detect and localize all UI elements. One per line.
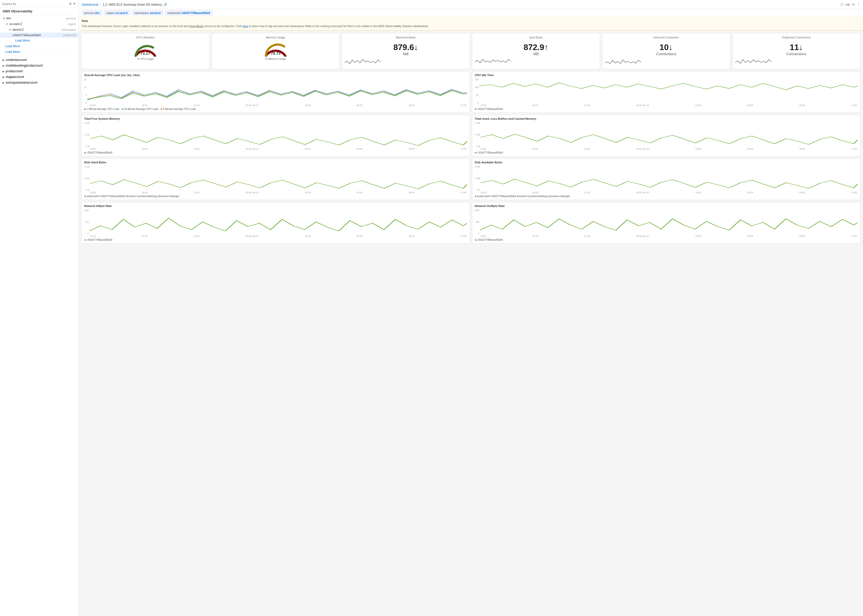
more-options-icon[interactable]: ⋮ xyxy=(857,3,860,6)
free-memory-chart: 4 GB2 GB0 B xyxy=(84,122,467,148)
sent-title: Sent Bytes xyxy=(529,36,543,39)
prod-toggle-icon: ▶ xyxy=(3,70,5,73)
topbar: Dashboards › 1.2. AWS EC2 Summary (Host … xyxy=(79,0,863,9)
sidebar-item-mobilebankingprod[interactable]: ▶ mobilebankingprod account xyxy=(0,63,79,68)
cpu-idle-legend: i-05d37749baea45bb9 xyxy=(475,108,858,110)
refresh-icon[interactable]: ↻ xyxy=(852,3,855,6)
explore-by-label: Explore By xyxy=(3,2,16,5)
panel-cpu-idle: CPU Idle Time 150100500 15:0018:0021:000… xyxy=(472,71,861,113)
dashboard-content: CPU Utilization 73.17 0 100 xyxy=(79,30,863,616)
used-memory-title: Total Used, Less Buffers and Cached Memo… xyxy=(475,117,858,120)
disk-charts-row: Disk Used Bytes 4 GB2 GB0 B 15:0018:0021… xyxy=(81,159,860,200)
metric-sent-bytes: Sent Bytes 872.9↑ MB xyxy=(472,33,600,69)
breadcrumb-current: 1.2. AWS EC2 Summary (Host OS metrics) xyxy=(103,3,162,6)
network-inbyte-legend: i-05d37749baea45bb9 xyxy=(84,239,467,241)
sent-value: 872.9↑ xyxy=(523,43,549,51)
clock-icon: 🕐 xyxy=(840,3,844,6)
received-value: 879.6↓ xyxy=(393,43,418,51)
panel-network-outbyte: Network OutByte Rate 10M5M0 15:0018:0021… xyxy=(472,202,861,244)
panel-cpu-load: Overall Average CPU Load (1m, 5m, 15m) 1… xyxy=(81,71,470,113)
sidebar-item-sumoquickstart[interactable]: ▶ sumoquickstart account xyxy=(0,80,79,85)
metric-outbound: Outbound Connections 11↓ Connections xyxy=(733,33,861,69)
load-more-2-container: Load More xyxy=(0,43,79,49)
outbound-value: 11↓ xyxy=(786,43,806,51)
sidebar-explore-header: Explore By ⊞ ▼ xyxy=(0,0,79,8)
main-content: Dashboards › 1.2. AWS EC2 Summary (Host … xyxy=(79,0,863,616)
sumoquickstart-toggle-icon: ▶ xyxy=(3,81,5,84)
cpu-gauge-label: % CPU Usage xyxy=(137,58,154,60)
network-inbyte-title: Network InByte Rate xyxy=(84,204,467,207)
time-range-badge[interactable]: 🕐 -24h xyxy=(840,3,850,6)
free-memory-legend: i-05d37749baea45bb9 xyxy=(84,151,467,154)
svg-text:0: 0 xyxy=(135,55,136,57)
metric-memory-usage: Memory Usage 79.73 0 100 % Memory Usage xyxy=(212,33,340,69)
network-outbyte-title: Network OutByte Rate xyxy=(475,204,858,207)
cpu-load-chart: 151050 xyxy=(84,78,467,104)
outbound-sparkline xyxy=(735,57,858,66)
dev-toggle-icon: ▼ xyxy=(3,17,5,20)
metric-cpu-utilization: CPU Utilization 73.17 0 100 xyxy=(81,33,209,69)
disk-available-title: Disk Available Bytes xyxy=(475,161,858,164)
disk-available-legend: instanceid=i-05d37749baea45bb9 dirname=/… xyxy=(475,195,858,198)
metrics-row: CPU Utilization 73.17 0 100 xyxy=(81,33,860,69)
load-more-button-1[interactable]: Load More xyxy=(13,38,79,43)
sidebar-item-instance[interactable]: i-05d37749baea45bb9 instanceid xyxy=(0,33,79,38)
cpu-load-title: Overall Average CPU Load (1m, 5m, 15m) xyxy=(84,74,467,77)
memory-title: Memory Usage xyxy=(266,36,285,39)
note-title: Note xyxy=(82,19,860,23)
network-charts-row: Network InByte Rate 10M5M0 15:0018:0021:… xyxy=(81,202,860,244)
memory-gauge: 79.73 0 100 xyxy=(263,42,289,57)
disk-available-chart: 4 GB2 GB0 B xyxy=(475,165,858,191)
load-more-1-container: Load More xyxy=(0,38,79,43)
link-icon[interactable]: 🔗 xyxy=(163,3,167,6)
network-outbyte-legend: i-05d37749baea45bb9 xyxy=(475,239,858,241)
load-more-button-2[interactable]: Load More xyxy=(3,43,79,49)
app-title: AWS Observability xyxy=(0,8,79,16)
received-unit: MB xyxy=(393,52,418,56)
panel-disk-used: Disk Used Bytes 4 GB2 GB0 B 15:0018:0021… xyxy=(81,159,470,200)
svg-text:79.73: 79.73 xyxy=(271,51,281,55)
panel-disk-available: Disk Available Bytes 4 GB2 GB0 B 15:0018… xyxy=(472,159,861,200)
note-text: This dashboard requires Sumo Logic insta… xyxy=(82,24,860,28)
filter-bar: account dev region us-east-2 namespace a… xyxy=(79,9,863,17)
sidebar-item-dev[interactable]: ▼ dev account xyxy=(0,16,79,21)
outbound-title: Outbound Connections xyxy=(782,36,811,39)
content-toggle-icon: ▶ xyxy=(3,58,5,61)
sent-sparkline xyxy=(475,57,597,66)
panel-used-memory: Total Used, Less Buffers and Cached Memo… xyxy=(472,115,861,156)
breadcrumb: Dashboards › 1.2. AWS EC2 Summary (Host … xyxy=(82,3,167,6)
sidebar-item-content[interactable]: ▶ content account xyxy=(0,57,79,63)
breadcrumb-dashboards[interactable]: Dashboards xyxy=(82,3,99,6)
free-memory-title: Total Free System Memory xyxy=(84,117,467,120)
cpu-gauge: 73.17 0 100 xyxy=(132,42,158,57)
inbound-sparkline xyxy=(605,57,728,66)
sidebar: Explore By ⊞ ▼ AWS Observability ▼ dev a… xyxy=(0,0,79,616)
disk-used-legend: instanceid=i-05d37749baea45bb9 dirname=/… xyxy=(84,195,467,198)
load-more-3-container: Load More xyxy=(0,49,79,55)
disk-used-title: Disk Used Bytes xyxy=(84,161,467,164)
panel-network-inbyte: Network InByte Rate 10M5M0 15:0018:0021:… xyxy=(81,202,470,244)
sidebar-item-prod[interactable]: ▶ prod account xyxy=(0,68,79,74)
sidebar-filter-icon[interactable]: ⊞ xyxy=(69,2,71,5)
us-east-2-toggle-icon: ▼ xyxy=(6,23,8,25)
used-memory-legend: i-05d37749baea45bb9 xyxy=(475,151,858,154)
sidebar-settings-icon[interactable]: ▼ xyxy=(73,2,76,5)
inbound-value: 10↓ xyxy=(656,43,676,51)
panel-free-memory: Total Free System Memory 4 GB2 GB0 B 15:… xyxy=(81,115,470,156)
received-sparkline xyxy=(344,57,467,66)
sidebar-item-stage[interactable]: ▶ stage account xyxy=(0,74,79,80)
stage-toggle-icon: ▶ xyxy=(3,75,5,79)
cpu-charts-row: Overall Average CPU Load (1m, 5m, 15m) 1… xyxy=(81,71,860,113)
filter-region: region us-east-2 xyxy=(104,11,130,15)
load-more-button-3[interactable]: Load More xyxy=(3,49,79,55)
received-title: Received Bytes xyxy=(396,36,415,39)
used-memory-chart: 4 GB2 GB0 B xyxy=(475,122,858,148)
cpu-title: CPU Utilization xyxy=(136,36,155,39)
note-link[interactable]: here xyxy=(243,25,248,28)
inbound-unit: Connections xyxy=(656,52,676,56)
aws-ec2-toggle-icon: ▼ xyxy=(9,28,11,31)
outbound-unit: Connections xyxy=(786,52,806,56)
sidebar-item-us-east-2[interactable]: ▼ us-east-2 region xyxy=(0,21,79,27)
sidebar-item-aws-ec2[interactable]: ▼ aws/ec2 namespace xyxy=(0,27,79,33)
sent-unit: MB xyxy=(523,52,549,56)
